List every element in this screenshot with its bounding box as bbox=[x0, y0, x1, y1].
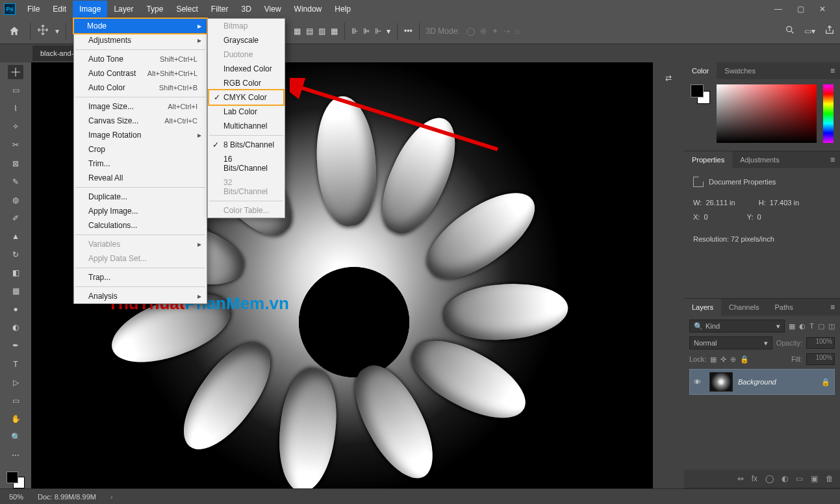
menu-item-trap-[interactable]: Trap... bbox=[74, 270, 207, 284]
magic-wand-tool[interactable]: ✧ bbox=[8, 120, 23, 134]
menu-file[interactable]: File bbox=[21, 1, 46, 18]
menu-item-image-rotation[interactable]: Image Rotation▸ bbox=[74, 128, 207, 142]
trash-icon[interactable]: 🗑 bbox=[826, 474, 834, 483]
tab-channels[interactable]: Channels bbox=[721, 299, 767, 316]
zoom-level[interactable]: 50% bbox=[9, 493, 23, 501]
lock-position-icon[interactable]: ✜ bbox=[720, 355, 726, 364]
filter-kind-select[interactable]: 🔍Kind▾ bbox=[689, 320, 785, 333]
menu-item-auto-color[interactable]: Auto ColorShift+Ctrl+B bbox=[74, 81, 207, 95]
align-icon[interactable]: ▦ bbox=[294, 27, 301, 36]
orbit-icon[interactable]: ◯ bbox=[466, 27, 475, 36]
menu-item-calculations-[interactable]: Calculations... bbox=[74, 218, 207, 233]
menu-item-adjustments[interactable]: Adjustments▸ bbox=[74, 33, 207, 47]
align-icon[interactable]: ▤ bbox=[306, 27, 313, 36]
menu-item-mode[interactable]: Mode▸ bbox=[73, 18, 208, 34]
fill-input[interactable]: 100% bbox=[806, 353, 835, 365]
fg-bg-swatch[interactable] bbox=[6, 472, 25, 488]
cam-icon[interactable]: ⌂ bbox=[515, 27, 520, 36]
stamp-tool[interactable]: ▲ bbox=[8, 229, 23, 244]
menu-window[interactable]: Window bbox=[288, 1, 329, 18]
distribute-icon[interactable]: ⊩ bbox=[375, 27, 381, 36]
link-layers-icon[interactable]: ⇔ bbox=[737, 474, 744, 483]
tab-properties[interactable]: Properties bbox=[684, 151, 732, 168]
hand-tool[interactable]: ✋ bbox=[8, 412, 23, 426]
mode-lab-color[interactable]: Lab Color bbox=[208, 105, 285, 119]
path-select-tool[interactable]: ▷ bbox=[8, 375, 23, 390]
adjustment-layer-icon[interactable]: ◐ bbox=[782, 474, 788, 483]
menu-item-image-size-[interactable]: Image Size...Alt+Ctrl+I bbox=[74, 99, 207, 114]
walk-icon[interactable]: ⇢ bbox=[503, 27, 510, 36]
menu-type[interactable]: Type bbox=[140, 1, 170, 18]
lock-pixels-icon[interactable]: ▦ bbox=[710, 355, 717, 364]
filter-pixel-icon[interactable]: ▦ bbox=[789, 322, 795, 331]
eraser-tool[interactable]: ◧ bbox=[8, 266, 23, 280]
blend-mode-select[interactable]: Normal▾ bbox=[689, 336, 772, 349]
distribute-icon[interactable]: ⊪ bbox=[351, 27, 358, 36]
filter-shape-icon[interactable]: ▢ bbox=[818, 322, 824, 331]
menu-layer[interactable]: Layer bbox=[107, 1, 140, 18]
color-field[interactable] bbox=[717, 84, 817, 143]
filter-adjust-icon[interactable]: ◐ bbox=[799, 322, 806, 331]
filter-type-icon[interactable]: T bbox=[809, 322, 814, 330]
hue-slider[interactable] bbox=[823, 84, 834, 143]
distribute-icon[interactable]: ⊫ bbox=[363, 27, 370, 36]
menu-item-reveal-all[interactable]: Reveal All bbox=[74, 171, 207, 185]
menu-item-analysis[interactable]: Analysis▸ bbox=[74, 289, 207, 303]
search-icon[interactable] bbox=[785, 25, 795, 37]
panel-menu-icon[interactable]: ≡ bbox=[825, 66, 840, 75]
mask-icon[interactable]: ◯ bbox=[765, 474, 774, 483]
close-button[interactable]: ✕ bbox=[818, 5, 827, 14]
panel-menu-icon[interactable]: ≡ bbox=[825, 303, 840, 312]
dolly-icon[interactable]: ✦ bbox=[492, 27, 498, 36]
history-panel-icon[interactable]: ⇄ bbox=[661, 70, 676, 86]
arrange-icon[interactable]: ▭▾ bbox=[804, 27, 815, 36]
mode-indexed-color[interactable]: Indexed Color bbox=[208, 62, 285, 76]
menu-item-canvas-size-[interactable]: Canvas Size...Alt+Ctrl+C bbox=[74, 114, 207, 128]
new-layer-icon[interactable]: ▣ bbox=[811, 474, 818, 483]
mode-rgb-color[interactable]: RGB Color bbox=[208, 76, 285, 90]
lock-all-icon[interactable]: 🔒 bbox=[740, 355, 749, 364]
eyedropper-tool[interactable]: ✎ bbox=[8, 175, 23, 189]
move-tool-icon[interactable] bbox=[37, 24, 49, 38]
align-icon[interactable]: ▦ bbox=[331, 27, 338, 36]
mode-16-bits-channel[interactable]: 16 Bits/Channel bbox=[208, 152, 285, 175]
frame-tool[interactable]: ⊠ bbox=[8, 156, 23, 170]
edit-toolbar[interactable]: ⋯ bbox=[8, 448, 23, 462]
menu-help[interactable]: Help bbox=[328, 1, 357, 18]
group-icon[interactable]: ▭ bbox=[796, 474, 803, 483]
menu-edit[interactable]: Edit bbox=[46, 1, 73, 18]
menu-image[interactable]: Image bbox=[73, 1, 107, 18]
tab-adjustments[interactable]: Adjustments bbox=[732, 151, 787, 168]
tab-color[interactable]: Color bbox=[684, 62, 717, 79]
tab-layers[interactable]: Layers bbox=[684, 299, 721, 316]
type-tool[interactable]: T bbox=[8, 357, 23, 372]
menu-filter[interactable]: Filter bbox=[205, 1, 235, 18]
tab-swatches[interactable]: Swatches bbox=[717, 62, 763, 79]
visibility-icon[interactable]: 👁 bbox=[694, 378, 704, 386]
fg-bg-picker[interactable] bbox=[691, 84, 710, 104]
mode-multichannel[interactable]: Multichannel bbox=[208, 119, 285, 133]
brush-tool[interactable]: ✐ bbox=[8, 211, 23, 225]
filter-smart-icon[interactable]: ◫ bbox=[828, 322, 835, 331]
menu-3d[interactable]: 3D bbox=[235, 1, 257, 18]
pen-tool[interactable]: ✒ bbox=[8, 338, 23, 353]
minimize-button[interactable]: — bbox=[774, 5, 783, 14]
pan3d-icon[interactable]: ⊕ bbox=[480, 27, 487, 36]
menu-item-auto-tone[interactable]: Auto ToneShift+Ctrl+L bbox=[74, 52, 207, 66]
mode-8-bits-channel[interactable]: 8 Bits/Channel bbox=[208, 138, 285, 152]
zoom-tool[interactable]: 🔍 bbox=[8, 430, 23, 444]
home-button[interactable] bbox=[5, 22, 23, 40]
move-tool[interactable] bbox=[8, 65, 23, 79]
mode-cmyk-color[interactable]: CMYK Color bbox=[208, 89, 285, 106]
gradient-tool[interactable]: ▦ bbox=[8, 284, 23, 298]
menu-item-trim-[interactable]: Trim... bbox=[74, 157, 207, 171]
lasso-tool[interactable]: ⌇ bbox=[8, 101, 23, 116]
share-icon[interactable] bbox=[824, 25, 835, 37]
menu-item-auto-contrast[interactable]: Auto ContrastAlt+Shift+Ctrl+L bbox=[74, 66, 207, 81]
fx-icon[interactable]: fx bbox=[752, 474, 757, 483]
lock-artboard-icon[interactable]: ⊕ bbox=[730, 355, 736, 364]
blur-tool[interactable]: ● bbox=[8, 302, 23, 316]
menu-item-apply-image-[interactable]: Apply Image... bbox=[74, 204, 207, 218]
healing-tool[interactable]: ◍ bbox=[8, 193, 23, 207]
tab-paths[interactable]: Paths bbox=[767, 299, 801, 316]
